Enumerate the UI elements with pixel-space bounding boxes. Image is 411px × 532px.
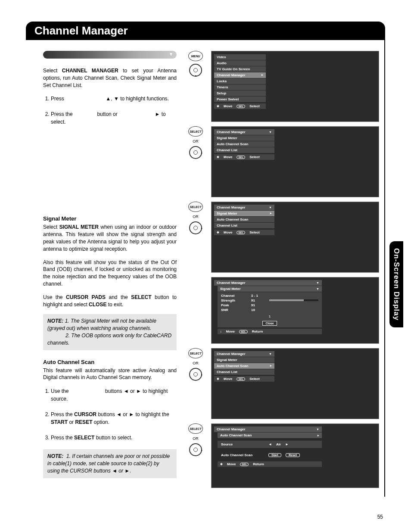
reset-button[interactable]: Reset <box>286 453 300 457</box>
section-header: Channel Manager <box>26 22 385 40</box>
left-arrow-icon[interactable]: ◄ <box>268 442 272 446</box>
menu-item[interactable]: Channel List <box>214 369 274 375</box>
tv-screen-main-menu: VideoAudioTV Guide On ScreenChannel Mana… <box>211 51 379 122</box>
note-label: NOTE: <box>47 318 63 324</box>
footer-select: Select <box>249 104 260 108</box>
auto-scan-p1: This feature will automatically store ac… <box>43 367 177 382</box>
menu-item[interactable]: Channel Manager▸ <box>214 72 266 78</box>
text: RESET <box>75 419 92 425</box>
acs-label: Auto Channel Scan <box>221 453 264 457</box>
tv-screen-cm-acs: Channel Manager▼ Signal MeterAuto Channe… <box>211 348 379 419</box>
tv-screen-cm-menu: Channel Manager▼ Signal MeterAuto Channe… <box>211 126 379 197</box>
or-text: OR <box>193 361 199 365</box>
sel-icon: SEL <box>237 105 245 108</box>
menu-item[interactable]: Channel List <box>214 223 274 228</box>
menu-item[interactable]: Signal Meter <box>214 357 274 363</box>
sel-icon: SEL <box>237 231 245 234</box>
cursor-pad[interactable]: ▸ <box>189 146 202 159</box>
footer-move: Move <box>227 462 236 466</box>
close-button[interactable]: Close <box>262 321 277 326</box>
footer-move: Move <box>224 155 232 159</box>
cursor-pad[interactable]: ▸ <box>189 443 202 456</box>
step-2: Press the button or ► to select. <box>51 110 177 126</box>
menu-title: Channel Manager <box>217 205 246 209</box>
text: to highlight functions. <box>119 96 169 102</box>
right-arrow-icon: ► <box>136 388 141 394</box>
footer-move: Move <box>224 230 232 234</box>
menu-item[interactable]: Audio <box>214 60 266 66</box>
acs-step-3: Press the SELECT button to select. <box>51 434 177 442</box>
note-label: NOTE: <box>47 453 63 459</box>
text: to exit. <box>106 302 123 308</box>
select-button[interactable]: SELECT <box>188 348 203 358</box>
menu-button[interactable]: MENU <box>188 51 203 61</box>
tv-screen-cm-signal: Channel Manager▼ Signal Meter▸Auto Chann… <box>211 202 379 273</box>
cursor-pad[interactable]: ▸ <box>189 221 202 234</box>
left-arrow-icon: ◄ <box>112 468 117 474</box>
menu-item[interactable]: Auto Channel Scan <box>214 141 274 147</box>
select-button[interactable]: SELECT <box>188 423 203 434</box>
acs-step-2: Press the CURSOR buttons ◄ or ► to highl… <box>51 411 177 426</box>
left-arrow-icon: ◄ <box>124 388 129 394</box>
text: option. <box>92 419 109 425</box>
meter-row: Channel3 - 1 <box>221 294 318 298</box>
footer-return: Return <box>253 462 264 466</box>
text: START <box>51 419 68 425</box>
signal-meter-p3: Use the CURSOR PADS and the SELECT butto… <box>43 294 177 308</box>
right-arrow-icon[interactable]: ► <box>285 442 289 446</box>
text: Select <box>43 224 59 230</box>
menu-item[interactable]: TV Guide On Screen <box>214 66 266 72</box>
main-steps: Press ▲, ▼ to highlight functions. Press… <box>43 95 177 126</box>
intro-text: Select CHANNEL MANAGER to set your Anten… <box>43 67 177 89</box>
cursor-pad[interactable]: ▾ <box>189 64 202 77</box>
sel-icon: SEL <box>237 156 245 159</box>
text: to highlight the <box>134 411 169 417</box>
side-tab: On-Screen Display <box>389 241 403 327</box>
text: or <box>117 468 125 474</box>
menu-item[interactable]: Auto Channel Scan <box>214 217 274 222</box>
text: Press <box>51 96 65 102</box>
section-title: Channel Manager <box>34 24 128 37</box>
text: CURSOR <box>74 411 97 417</box>
menu-item[interactable]: Locks <box>214 78 266 84</box>
down-arrow-icon: ▼ <box>114 96 119 102</box>
sel-icon: SEL <box>240 463 249 466</box>
right-column: MENU ▾ VideoAudioTV Guide On ScreenChann… <box>185 51 384 488</box>
menu-title: Channel Manager <box>217 130 246 134</box>
menu-item[interactable]: Setup <box>214 90 266 96</box>
text-bold: SIGNAL METER <box>59 224 99 230</box>
footer-return: Return <box>252 330 263 333</box>
screen-row-3: SELECT OR ▸ Channel Manager▼ Signal Mete… <box>185 202 379 273</box>
auto-scan-heading: Auto Channel Scan <box>43 359 177 365</box>
menu-item[interactable]: Power Swivel <box>214 96 266 102</box>
text: button to select. <box>94 435 132 441</box>
menu-title: Channel Manager <box>217 281 246 285</box>
menu-item[interactable]: Signal Meter▸ <box>214 211 274 216</box>
menu-item[interactable]: Video <box>214 54 266 60</box>
select-button[interactable]: SELECT <box>188 126 203 137</box>
left-arrow-icon: ◄ <box>116 411 121 417</box>
start-button[interactable]: Start <box>268 453 281 457</box>
page-number: 55 <box>377 514 383 520</box>
text: SELECT <box>131 294 151 300</box>
text: , <box>111 96 114 102</box>
text: buttons <box>97 411 116 417</box>
note-auto-scan: NOTE: 1. If certain channels are poor or… <box>43 449 177 478</box>
menu-item[interactable]: Channel List <box>214 147 274 153</box>
text: or <box>121 411 129 417</box>
footer-move: Move <box>226 330 235 333</box>
right-arrow-icon: ► <box>125 468 130 474</box>
footer-move: Move <box>224 104 232 108</box>
menu-item[interactable]: Auto Channel Scan▸ <box>214 363 274 369</box>
text: CURSOR PADS <box>66 294 106 300</box>
right-arrow-icon: ► <box>129 411 134 417</box>
menu-item[interactable]: Timers <box>214 84 266 90</box>
cursor-pad[interactable]: ▸ <box>189 368 202 381</box>
auto-scan-steps: Use the buttons ◄ or ► to highlight sour… <box>43 387 177 442</box>
select-button[interactable]: SELECT <box>188 202 203 212</box>
text: Press the <box>51 435 74 441</box>
screen-row-1: MENU ▾ VideoAudioTV Guide On ScreenChann… <box>185 51 379 122</box>
note-2: 2. The OOB options work only for CableCA… <box>47 333 171 346</box>
menu-item[interactable]: Signal Meter <box>214 135 274 141</box>
text: . <box>130 468 131 474</box>
